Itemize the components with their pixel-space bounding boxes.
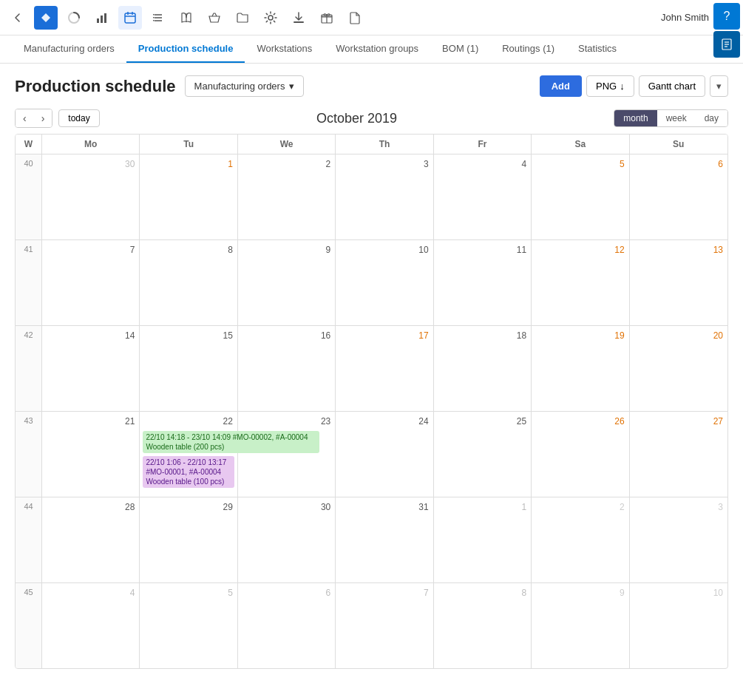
tab-manufacturing-orders[interactable]: Manufacturing orders — [12, 35, 126, 63]
gift-icon[interactable] — [315, 6, 339, 30]
help-icon[interactable]: ? — [713, 3, 740, 30]
loading-icon[interactable] — [62, 6, 86, 30]
back-icon[interactable] — [6, 6, 30, 30]
cal-day[interactable]: 29 — [140, 497, 237, 582]
cal-day[interactable]: 3 — [336, 154, 433, 239]
calendar-event-purple[interactable]: 22/10 1:06 - 22/10 13:17 #MO-00001, #A-0… — [143, 456, 234, 488]
svg-rect-2 — [97, 18, 99, 23]
calendar-month-title: October 2019 — [100, 111, 614, 126]
cal-day-21[interactable]: 21 — [42, 412, 140, 497]
mon-header: Mo — [42, 135, 140, 154]
tab-bom[interactable]: BOM (1) — [430, 35, 490, 63]
week-view-button[interactable]: week — [657, 110, 696, 126]
tue-header: Tu — [140, 135, 237, 154]
more-options-button[interactable]: ▾ — [710, 75, 728, 97]
svg-rect-5 — [125, 13, 135, 23]
gear-icon[interactable] — [259, 6, 282, 30]
week-row-41: 41 7 8 9 10 11 12 13 — [16, 240, 727, 326]
cal-day[interactable]: 3 — [630, 497, 727, 582]
calendar-grid: W Mo Tu We Th Fr Sa Su 40 30 1 2 3 4 5 6… — [15, 134, 728, 669]
calendar-header: W Mo Tu We Th Fr Sa Su — [16, 135, 727, 154]
filter-dropdown[interactable]: Manufacturing orders ▾ — [185, 75, 305, 97]
thu-header: Th — [336, 135, 433, 154]
cal-day[interactable]: 5 — [532, 154, 629, 239]
cal-day[interactable]: 6 — [630, 154, 727, 239]
cal-day[interactable]: 10 — [630, 583, 727, 668]
day-view-button[interactable]: day — [696, 110, 727, 126]
folder-icon[interactable] — [231, 6, 254, 30]
basket-icon[interactable] — [203, 6, 226, 30]
cal-day-26[interactable]: 26 — [532, 412, 629, 497]
cal-day[interactable]: 11 — [434, 240, 532, 325]
download-icon[interactable] — [287, 6, 311, 30]
cal-day[interactable]: 7 — [336, 583, 433, 668]
cal-day[interactable]: 17 — [336, 326, 433, 411]
cal-day[interactable]: 19 — [532, 326, 629, 411]
week-num-42: 42 — [16, 326, 42, 411]
logo-icon[interactable] — [34, 6, 58, 30]
png-button[interactable]: PNG ↓ — [586, 75, 634, 97]
cal-day[interactable]: 8 — [434, 583, 532, 668]
cal-day[interactable]: 9 — [532, 583, 629, 668]
month-view-button[interactable]: month — [614, 110, 657, 126]
chart-icon[interactable] — [90, 6, 114, 30]
cal-day[interactable]: 1 — [434, 497, 532, 582]
cal-day[interactable]: 13 — [630, 240, 727, 325]
next-month-button[interactable]: › — [34, 109, 52, 127]
top-bar: John Smith — [0, 0, 743, 35]
tab-routings[interactable]: Routings (1) — [490, 35, 566, 63]
add-button[interactable]: Add — [540, 75, 582, 97]
week-num-41: 41 — [16, 240, 42, 325]
cal-day[interactable]: 12 — [532, 240, 629, 325]
cal-day[interactable]: 20 — [630, 326, 727, 411]
today-button[interactable]: today — [58, 109, 99, 127]
week-num-40: 40 — [16, 154, 42, 239]
tab-workstation-groups[interactable]: Workstation groups — [324, 35, 430, 63]
cal-day[interactable]: 5 — [140, 583, 237, 668]
cal-day-27[interactable]: 27 — [630, 412, 727, 497]
week-num-44: 44 — [16, 497, 42, 582]
svg-rect-17 — [294, 21, 304, 23]
cal-day[interactable]: 28 — [42, 497, 140, 582]
cal-day-24[interactable]: 24 — [336, 412, 433, 497]
cal-day[interactable]: 1 — [140, 154, 237, 239]
checklist-icon[interactable] — [713, 31, 740, 58]
cal-day[interactable]: 18 — [434, 326, 532, 411]
cal-day-23[interactable]: 23 — [238, 412, 336, 497]
tab-workstations[interactable]: Workstations — [245, 35, 324, 63]
cal-day[interactable]: 31 — [336, 497, 433, 582]
cal-day[interactable]: 30 — [238, 497, 336, 582]
cal-day[interactable]: 2 — [532, 497, 629, 582]
cal-day[interactable]: 6 — [238, 583, 336, 668]
chevron-down-icon: ▾ — [716, 81, 722, 92]
week-num-43: 43 — [16, 412, 42, 497]
calendar-event-green[interactable]: 22/10 14:18 - 23/10 14:09 #MO-00002, #A-… — [143, 431, 319, 453]
tab-statistics[interactable]: Statistics — [566, 35, 628, 63]
user-name: John Smith — [661, 12, 709, 23]
tab-production-schedule[interactable]: Production schedule — [126, 35, 245, 63]
cal-day[interactable]: 16 — [238, 326, 336, 411]
cal-day[interactable]: 7 — [42, 240, 140, 325]
cal-day[interactable]: 15 — [140, 326, 237, 411]
cal-day[interactable]: 2 — [238, 154, 336, 239]
cal-day[interactable]: 14 — [42, 326, 140, 411]
cal-day-22[interactable]: 22 22/10 14:18 - 23/10 14:09 #MO-00002, … — [140, 412, 237, 497]
gantt-button[interactable]: Gantt chart — [639, 75, 705, 97]
prev-month-button[interactable]: ‹ — [16, 109, 34, 127]
cal-day[interactable]: 30 — [42, 154, 140, 239]
list-icon[interactable] — [146, 6, 170, 30]
right-panel: ? — [710, 0, 743, 61]
book-icon[interactable] — [174, 6, 198, 30]
document-icon[interactable] — [343, 6, 367, 30]
page-title: Production schedule — [15, 77, 176, 96]
calendar-icon[interactable] — [118, 6, 142, 30]
svg-rect-13 — [153, 17, 155, 18]
cal-day[interactable]: 4 — [434, 154, 532, 239]
cal-day[interactable]: 9 — [238, 240, 336, 325]
cal-day[interactable]: 8 — [140, 240, 237, 325]
week-col-header: W — [16, 135, 42, 154]
cal-day[interactable]: 4 — [42, 583, 140, 668]
cal-day-25[interactable]: 25 — [434, 412, 532, 497]
cal-day[interactable]: 10 — [336, 240, 433, 325]
view-toggle: month week day — [614, 109, 728, 127]
